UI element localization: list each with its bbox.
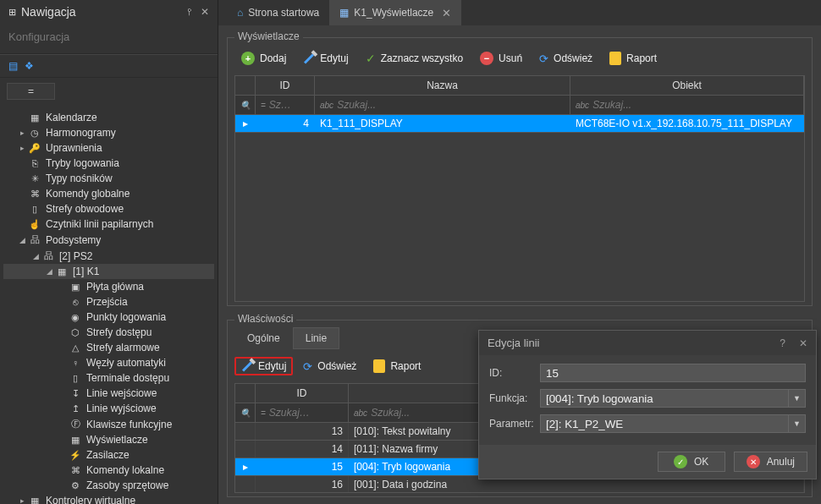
expand-arrow-icon[interactable]: ◢ <box>44 267 54 276</box>
row-selector-header <box>235 76 256 95</box>
tab-lines[interactable]: Linie <box>293 327 339 349</box>
node-label: Podsystemy <box>46 234 101 246</box>
tree-item[interactable]: ♀Węzły automatyki <box>3 355 214 370</box>
layers-icon[interactable]: ❖ <box>25 60 34 72</box>
expand-arrow-icon[interactable]: ▸ <box>17 129 27 137</box>
tree-item[interactable]: ↥Linie wyjściowe <box>3 401 214 416</box>
pin-icon[interactable]: ⫯ <box>187 6 192 18</box>
col-id-header[interactable]: ID <box>256 384 349 403</box>
expand-arrow-icon[interactable]: ◢ <box>17 236 27 244</box>
tree-item[interactable]: ▣Płyta główna <box>3 279 214 294</box>
tree-item[interactable]: ◉Punkty logowania <box>3 310 214 325</box>
node-icon: ▯ <box>27 204 42 215</box>
tree-item[interactable]: ⌘Komendy lokalne <box>3 463 214 478</box>
node-icon: 品 <box>27 233 42 246</box>
properties-title: Właściwości <box>234 313 296 325</box>
close-icon[interactable]: ✕ <box>799 337 807 349</box>
help-icon[interactable]: ? <box>780 337 785 349</box>
expand-arrow-icon[interactable]: ▸ <box>17 144 27 152</box>
check-icon: ✓ <box>366 52 376 65</box>
node-icon: 品 <box>41 249 56 262</box>
node-icon: ⎘ <box>27 158 42 168</box>
displays-grid[interactable]: ID Nazwa Obiekt 🔍 =Sz… abcSzukaj... abcS… <box>234 75 805 302</box>
tree-item[interactable]: ◢▦[1] K1 <box>3 264 214 279</box>
props-report-button[interactable]: Raport <box>366 356 427 376</box>
param-dropdown-button[interactable]: ▼ <box>789 414 806 433</box>
tree-item[interactable]: △Strefy alarmowe <box>3 340 214 355</box>
tree-item[interactable]: ⚙Zasoby sprzętowe <box>3 478 214 493</box>
col-object-header[interactable]: Obiekt <box>570 76 804 95</box>
dialog-titlebar[interactable]: Edycja linii ? ✕ <box>479 331 816 355</box>
row-indicator: ▸ <box>235 115 256 132</box>
edit-line-dialog: Edycja linii ? ✕ ID: Funkcja: ▼ Parametr… <box>478 330 817 479</box>
tree-item[interactable]: ⬡Strefy dostępu <box>3 325 214 340</box>
tree-item[interactable]: ▯Strefy obwodowe <box>3 201 214 216</box>
node-label: Terminale dostępu <box>86 372 169 384</box>
props-edit-button[interactable]: Edytuj <box>234 357 293 375</box>
tree-item[interactable]: ⒻKlawisze funkcyjne <box>3 416 214 432</box>
navigation-tree[interactable]: ▦Kalendarze▸◷Harmonogramy▸🔑Uprawnienia⎘T… <box>0 105 218 504</box>
tree-item[interactable]: ⎋Przejścia <box>3 294 214 310</box>
filter-object[interactable]: abcSzukaj... <box>570 96 804 114</box>
tab-general[interactable]: Ogólne <box>234 327 293 349</box>
tree-item[interactable]: ⎘Tryby logowania <box>3 156 214 171</box>
table-row[interactable]: ▸4K1_111_DISPLAYMCT68E-IO v1.x_192.168.1… <box>235 115 804 133</box>
row-indicator: ▸ <box>235 458 256 475</box>
tree-item[interactable]: ✳Typy nośników <box>3 171 214 186</box>
nav-title: Nawigacja <box>21 5 76 19</box>
filter-name[interactable]: abcSzukaj... <box>315 96 570 114</box>
tree-item[interactable]: ▯Terminale dostępu <box>3 370 214 386</box>
add-button[interactable]: + Dodaj <box>234 48 293 68</box>
equals-button[interactable]: = <box>7 83 55 100</box>
expand-arrow-icon[interactable]: ◢ <box>30 252 41 260</box>
edit-button[interactable]: Edytuj <box>296 49 355 68</box>
ok-button[interactable]: ✓ OK <box>658 452 725 472</box>
tree-item[interactable]: ▦Wyświetlacze <box>3 432 214 447</box>
tree-item[interactable]: ▸◷Harmonogramy <box>3 125 214 140</box>
edit-label: Edytuj <box>320 52 348 64</box>
editor-tab[interactable]: ▦K1_Wyświetlacze✕ <box>329 0 461 25</box>
filter-id[interactable]: =Sz… <box>256 96 315 114</box>
tab-label: K1_Wyświetlacze <box>354 7 433 19</box>
ok-label: OK <box>694 456 708 468</box>
dialog-title: Edycja linii <box>488 337 539 349</box>
tree-item[interactable]: ⚡Zasilacze <box>3 447 214 463</box>
cell-id: 13 <box>256 423 349 440</box>
tree-item[interactable]: ⌘Komendy globalne <box>3 186 214 201</box>
tree-item[interactable]: ◢品[2] PS2 <box>3 248 214 264</box>
db-icon[interactable]: ▤ <box>8 60 18 72</box>
expand-arrow-icon[interactable]: ▸ <box>17 496 27 504</box>
props-refresh-button[interactable]: ⟳ Odśwież <box>296 357 363 376</box>
node-icon: ▣ <box>68 282 83 293</box>
col-id-header[interactable]: ID <box>256 76 315 95</box>
filter-id[interactable]: =Szukaj… <box>256 403 349 422</box>
node-label: Komendy globalne <box>46 188 129 200</box>
close-icon[interactable]: ✕ <box>442 7 451 19</box>
editor-tab[interactable]: ⌂Strona startowa <box>227 0 329 25</box>
tree-item[interactable]: ▸▦Kontrolery wirtualne <box>3 493 214 504</box>
function-field[interactable] <box>540 389 789 408</box>
param-field[interactable] <box>540 414 789 433</box>
tree-item[interactable]: ◢品Podsystemy <box>3 232 214 248</box>
report-button[interactable]: Raport <box>603 48 664 68</box>
tree-item[interactable]: ▦Kalendarze <box>3 110 214 125</box>
report-label: Raport <box>626 52 657 64</box>
id-field[interactable] <box>540 364 806 382</box>
tab-label: Strona startowa <box>248 7 319 19</box>
close-icon[interactable]: ✕ <box>201 6 209 18</box>
node-label: Punkty logowania <box>86 311 166 323</box>
node-label: Komendy lokalne <box>86 464 164 476</box>
select-all-button[interactable]: ✓ Zaznacz wszystko <box>359 48 470 68</box>
tree-item[interactable]: ▸🔑Uprawnienia <box>3 140 214 156</box>
tree-item[interactable]: ↧Linie wejściowe <box>3 386 214 401</box>
delete-button[interactable]: − Usuń <box>473 48 529 68</box>
node-label: Zasoby sprzętowe <box>86 479 168 491</box>
refresh-button[interactable]: ⟳ Odśwież <box>532 49 599 68</box>
col-name-header[interactable]: Nazwa <box>315 76 570 95</box>
tree-item[interactable]: ☝Czytniki linii papilarnych <box>3 216 214 232</box>
node-icon: ▦ <box>68 435 83 446</box>
function-dropdown-button[interactable]: ▼ <box>789 389 806 408</box>
pencil-icon <box>242 361 252 371</box>
cancel-button[interactable]: ✕ Anuluj <box>734 452 807 472</box>
node-label: [2] PS2 <box>59 250 92 262</box>
